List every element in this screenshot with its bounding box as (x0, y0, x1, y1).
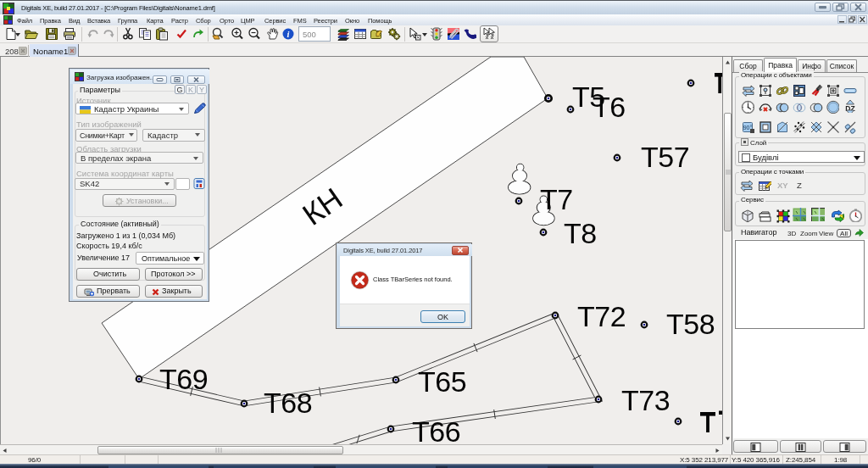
svg-text:T57: T57 (641, 141, 689, 173)
svg-text:T68: T68 (264, 387, 312, 419)
svg-text:T8: T8 (564, 217, 597, 249)
svg-text:T69: T69 (159, 363, 208, 395)
svg-text:T72: T72 (577, 300, 626, 332)
svg-text:T7: T7 (540, 183, 573, 215)
svg-text:T65: T65 (418, 365, 466, 398)
svg-text:T6: T6 (593, 91, 626, 123)
svg-text:T73: T73 (621, 384, 670, 416)
svg-text:i: i (287, 30, 290, 39)
svg-text:T58: T58 (666, 308, 715, 340)
svg-text:T66: T66 (412, 415, 460, 444)
